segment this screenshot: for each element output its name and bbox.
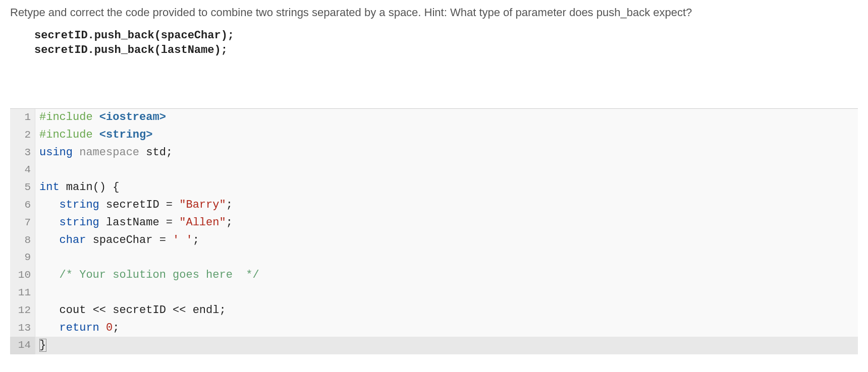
code-editor[interactable]: 1 #include <iostream> 2 #include <string… — [10, 108, 858, 354]
line-number: 7 — [10, 214, 35, 232]
hint-line-1: secretID.push_back(spaceChar); — [34, 29, 234, 42]
hint-code-block: secretID.push_back(spaceChar); secretID.… — [0, 23, 868, 63]
identifier-spacechar: spaceChar — [93, 234, 153, 246]
lparen: ( — [93, 181, 99, 194]
code-row-10[interactable]: 10 /* Your solution goes here */ — [10, 267, 858, 284]
code-line[interactable]: int main() { — [35, 179, 858, 197]
line-number: 3 — [10, 144, 35, 162]
semicolon: ; — [166, 146, 173, 159]
equals: = — [159, 234, 166, 246]
code-row-3[interactable]: 3 using namespace std; — [10, 144, 858, 162]
code-row-6[interactable]: 6 string secretID = "Barry"; — [10, 197, 858, 214]
code-line[interactable]: return 0; — [35, 320, 858, 337]
type-char: char — [60, 234, 86, 246]
line-number: 8 — [10, 232, 35, 250]
code-row-4[interactable]: 4 — [10, 161, 858, 179]
code-line[interactable]: string lastName = "Allen"; — [35, 214, 858, 232]
semicolon: ; — [226, 199, 233, 211]
hint-line-2: secretID.push_back(lastName); — [34, 44, 228, 56]
line-number: 14 — [10, 337, 35, 354]
identifier-main: main — [66, 181, 93, 194]
code-row-7[interactable]: 7 string lastName = "Allen"; — [10, 214, 858, 232]
line-number: 9 — [10, 249, 35, 267]
spacer — [0, 63, 868, 108]
line-number: 11 — [10, 284, 35, 302]
code-line[interactable]: #include <iostream> — [35, 109, 858, 127]
cursor-icon — [40, 339, 46, 351]
code-row-14[interactable]: 14 } — [10, 337, 858, 354]
lshift: << — [173, 304, 186, 317]
line-number: 13 — [10, 320, 35, 337]
rparen: ) — [99, 181, 106, 194]
keyword-using: using — [39, 146, 73, 159]
code-line[interactable] — [35, 161, 858, 179]
line-number: 10 — [10, 267, 35, 284]
preprocessor: #include — [39, 129, 93, 141]
semicolon: ; — [226, 216, 233, 229]
identifier-secretid: secretID — [106, 199, 159, 211]
identifier-cout: cout — [60, 304, 86, 317]
string-literal: "Barry" — [179, 199, 226, 211]
code-line[interactable]: using namespace std; — [35, 144, 858, 162]
equals: = — [166, 199, 173, 211]
identifier-secretid: secretID — [113, 304, 166, 317]
instruction-text: Retype and correct the code provided to … — [0, 0, 868, 23]
line-number: 1 — [10, 109, 35, 127]
code-row-12[interactable]: 12 cout << secretID << endl; — [10, 302, 858, 320]
code-line[interactable]: } — [35, 337, 858, 354]
keyword-namespace: namespace — [79, 146, 139, 159]
line-number: 6 — [10, 197, 35, 214]
identifier-std: std — [146, 146, 166, 159]
identifier-endl: endl — [193, 304, 220, 317]
code-row-8[interactable]: 8 char spaceChar = ' '; — [10, 232, 858, 250]
line-number: 12 — [10, 302, 35, 320]
code-line[interactable]: cout << secretID << endl; — [35, 302, 858, 320]
string-literal: "Allen" — [179, 216, 226, 229]
identifier-lastname: lastName — [106, 216, 159, 229]
comment: /* Your solution goes here */ — [60, 269, 259, 281]
lshift: << — [93, 304, 106, 317]
code-row-13[interactable]: 13 return 0; — [10, 320, 858, 337]
keyword-return: return — [60, 322, 99, 334]
line-number: 4 — [10, 161, 35, 179]
semicolon: ; — [219, 304, 226, 317]
code-line[interactable]: char spaceChar = ' '; — [35, 232, 858, 250]
code-row-9[interactable]: 9 — [10, 249, 858, 267]
semicolon: ; — [193, 234, 199, 246]
code-row-5[interactable]: 5 int main() { — [10, 179, 858, 197]
code-row-2[interactable]: 2 #include <string> — [10, 127, 858, 144]
number-zero: 0 — [106, 322, 113, 334]
include-target: <iostream> — [99, 111, 166, 123]
code-row-11[interactable]: 11 — [10, 284, 858, 302]
type-string: string — [60, 216, 99, 229]
code-line[interactable] — [35, 249, 858, 267]
code-line[interactable] — [35, 284, 858, 302]
line-number: 2 — [10, 127, 35, 144]
type-string: string — [60, 199, 99, 211]
code-row-1[interactable]: 1 #include <iostream> — [10, 109, 858, 127]
lbrace: { — [113, 181, 119, 194]
code-line[interactable]: string secretID = "Barry"; — [35, 197, 858, 214]
include-target: <string> — [99, 129, 153, 141]
code-line[interactable]: /* Your solution goes here */ — [35, 267, 858, 284]
line-number: 5 — [10, 179, 35, 197]
semicolon: ; — [113, 322, 119, 334]
preprocessor: #include — [39, 111, 93, 123]
code-line[interactable]: #include <string> — [35, 127, 858, 144]
keyword-int: int — [39, 181, 60, 194]
equals: = — [166, 216, 173, 229]
char-literal: ' ' — [173, 234, 193, 246]
